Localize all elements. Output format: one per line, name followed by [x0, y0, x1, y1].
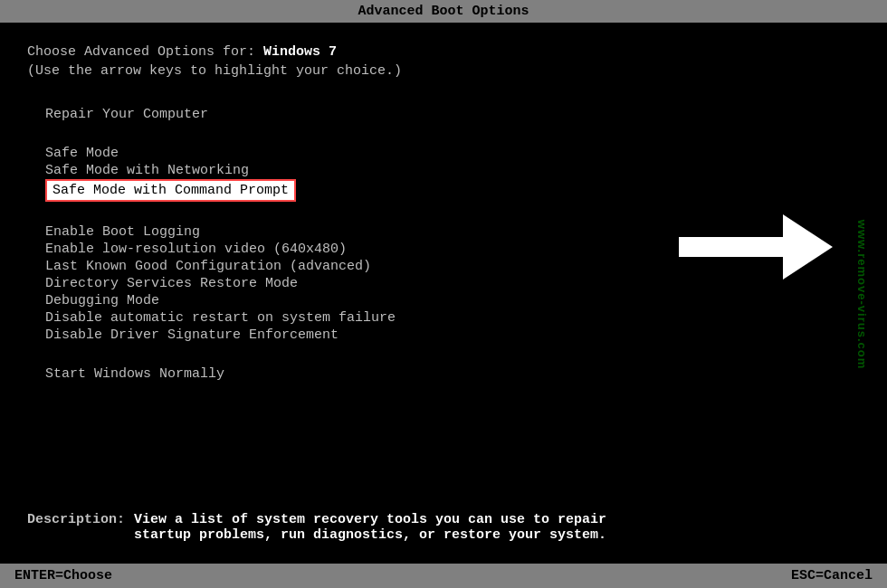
description-row: Description: View a list of system recov…: [27, 512, 860, 543]
desc-line1: View a list of system recovery tools you…: [134, 512, 606, 527]
desc-body: View a list of system recovery tools you…: [134, 512, 606, 543]
menu-group-repair: Repair Your Computer: [27, 106, 860, 123]
menu-item-safe-mode-networking[interactable]: Safe Mode with Networking: [45, 162, 860, 179]
intro-line2: (Use the arrow keys to highlight your ch…: [27, 63, 860, 79]
menu-item-debugging[interactable]: Debugging Mode: [45, 292, 860, 309]
description-section: Description: View a list of system recov…: [0, 512, 887, 543]
menu-item-safe-mode-cmd[interactable]: Safe Mode with Command Prompt: [45, 179, 296, 202]
intro-prefix: Choose Advanced Options for:: [27, 44, 263, 60]
title-text: Advanced Boot Options: [358, 4, 529, 19]
title-bar: Advanced Boot Options: [0, 0, 887, 23]
menu-item-repair[interactable]: Repair Your Computer: [45, 106, 860, 123]
esc-label: ESC=Cancel: [791, 568, 873, 583]
bottom-bar: ENTER=Choose ESC=Cancel: [0, 564, 887, 588]
menu-item-disable-restart[interactable]: Disable automatic restart on system fail…: [45, 309, 860, 327]
menu-group-safemode: Safe Mode Safe Mode with Networking Safe…: [27, 145, 860, 202]
menu-item-start-normal[interactable]: Start Windows Normally: [45, 365, 860, 383]
enter-label: ENTER=Choose: [14, 568, 112, 583]
desc-label: Description:: [27, 512, 125, 543]
menu-item-disable-signature[interactable]: Disable Driver Signature Enforcement: [45, 327, 860, 344]
arrow-indicator: [679, 214, 833, 280]
intro-os: Windows 7: [263, 44, 337, 60]
menu-group-normal: Start Windows Normally: [27, 365, 860, 383]
intro-line1: Choose Advanced Options for: Windows 7: [27, 44, 860, 60]
main-content: Choose Advanced Options for: Windows 7 (…: [0, 23, 887, 383]
menu-item-safe-mode[interactable]: Safe Mode: [45, 145, 860, 162]
desc-line2: startup problems, run diagnostics, or re…: [134, 527, 606, 543]
